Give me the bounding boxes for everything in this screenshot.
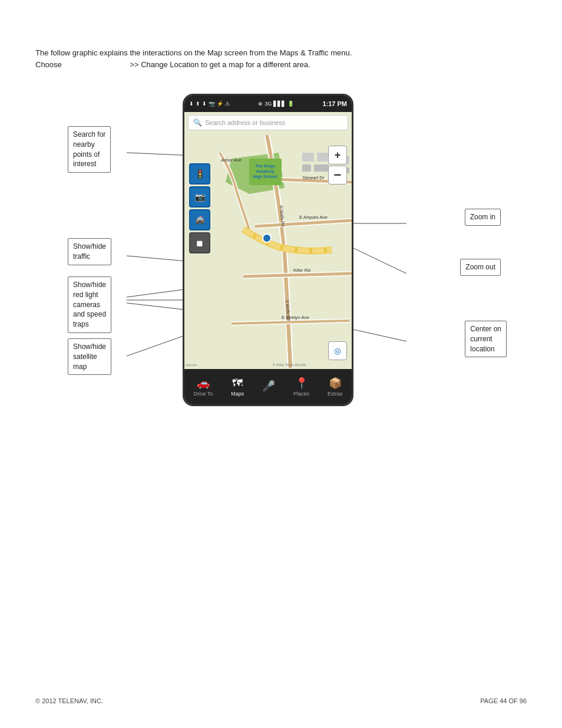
zoom-in-button[interactable]: + [328,146,347,164]
extras-label: Extras [328,391,343,397]
svg-text:Academy: Academy [256,169,274,174]
traffic-button[interactable]: 🚦 [189,163,210,185]
svg-text:High School: High School [253,174,277,179]
annotation-zoom-out: Zoom out [460,259,501,276]
nav-maps[interactable]: 🗺 Maps [231,377,244,397]
svg-text:E Evelyn Ave: E Evelyn Ave [282,315,310,320]
status-time: 1:17 PM [322,100,347,107]
svg-rect-22 [302,153,314,162]
location-icon: ◎ [334,346,341,355]
svg-text:© 2011 TELE ATLAS: © 2011 TELE ATLAS [273,363,306,367]
annotation-zoom-in: Zoom in [465,209,501,226]
search-icon: 🔍 [193,118,202,127]
svg-line-8 [353,330,406,341]
status-icons: ⬇ ⬆ ⬇ 📷 ⚡ ⚠ [189,101,230,107]
nav-extras[interactable]: 📦 Extras [328,377,343,397]
svg-text:Kifer Rd: Kifer Rd [293,268,310,273]
drive-to-label: Drive To [193,391,213,397]
annotation-cameras: Show/hide red light cameras and speed tr… [68,276,111,333]
nav-voice[interactable]: 🎤 [262,380,275,394]
gps-icon: ⊕ [258,101,263,107]
phone-mockup: ⬇ ⬆ ⬇ 📷 ⚡ ⚠ ⊕ 3G ▋▋▋ 🔋 1:17 PM [183,94,353,406]
camera-icon: 📷 [209,101,215,107]
drive-to-icon: 🚗 [197,377,210,390]
mic-icon: 🎤 [262,380,275,393]
footer: © 2012 TELENAV, INC. PAGE 44 OF 96 [35,697,527,704]
extras-icon: 📦 [329,377,342,390]
search-placeholder: Search address or business [205,119,285,126]
traffic-icon: 🚦 [195,169,205,179]
layers-button[interactable]: ◼ [189,232,210,253]
annotation-search-nearby: Search for nearby points of interest [68,126,111,173]
annotation-traffic: Show/hide traffic [68,238,111,265]
download-icon: ⬇ [189,101,194,107]
footer-page: PAGE 44 OF 96 [480,697,527,704]
center-location-button[interactable]: ◎ [328,341,347,360]
svg-point-28 [263,234,271,242]
network-icon: 3G [265,101,272,107]
places-label: Places [293,391,309,397]
zoom-out-button[interactable]: − [328,166,347,185]
map-area: Arbor Ave Stewart Dr E Arques Ave Kifer … [184,134,352,369]
nav-places[interactable]: 📍 Places [293,377,309,397]
svg-text:The Kings: The Kings [255,164,275,169]
svg-line-7 [353,248,406,274]
speed-trap-button[interactable]: 🚔 [189,209,210,230]
svg-text:Arbor Ave: Arbor Ave [220,157,242,163]
status-icons-right: ⊕ 3G ▋▋▋ 🔋 [258,101,294,107]
annotation-center: Center on current location [465,321,507,357]
battery-icon: 🔋 [287,101,294,107]
nav-drive-to[interactable]: 🚗 Drive To [193,377,213,397]
diagram-container: Search for nearby points of interest Sho… [35,88,542,453]
signal-icon: ▋▋▋ [273,101,286,107]
annotation-satellite: Show/hide satellite map [68,338,111,375]
intro-text: The follow graphic explains the interact… [35,47,448,70]
bottom-nav: 🚗 Drive To 🗺 Maps 🎤 📍 Places [184,369,352,404]
svg-text:E Arques Ave: E Arques Ave [299,215,328,220]
download2-icon: ⬇ [202,101,207,107]
svg-text:telenav: telenav [186,363,197,367]
map-left-buttons: 🚦 📷 🚔 ◼ [189,163,210,253]
minus-icon: − [334,169,342,182]
svg-rect-25 [302,164,311,172]
usb-icon: ⚡ [217,101,223,107]
map-overlay-buttons: + − [328,146,347,185]
status-bar: ⬇ ⬆ ⬇ 📷 ⚡ ⚠ ⊕ 3G ▋▋▋ 🔋 1:17 PM [184,95,352,112]
svg-rect-23 [317,153,329,162]
maps-icon: 🗺 [232,377,243,390]
speed-trap-icon: 🚔 [195,215,205,225]
maps-label: Maps [231,391,244,397]
svg-rect-26 [314,164,329,172]
footer-copyright: © 2012 TELENAV, INC. [35,697,103,704]
camera-icon: 📷 [195,192,205,202]
plus-icon: + [335,149,341,162]
places-icon: 📍 [295,377,308,390]
layers-icon: ◼ [196,238,203,248]
svg-text:Stewart Dr: Stewart Dr [302,175,325,180]
warning-icon: ⚠ [225,101,230,107]
phone-screen: ⬇ ⬆ ⬇ 📷 ⚡ ⚠ ⊕ 3G ▋▋▋ 🔋 1:17 PM [184,95,352,404]
upload-icon: ⬆ [196,101,200,107]
search-bar[interactable]: 🔍 Search address or business [188,115,348,130]
camera-button[interactable]: 📷 [189,186,210,207]
